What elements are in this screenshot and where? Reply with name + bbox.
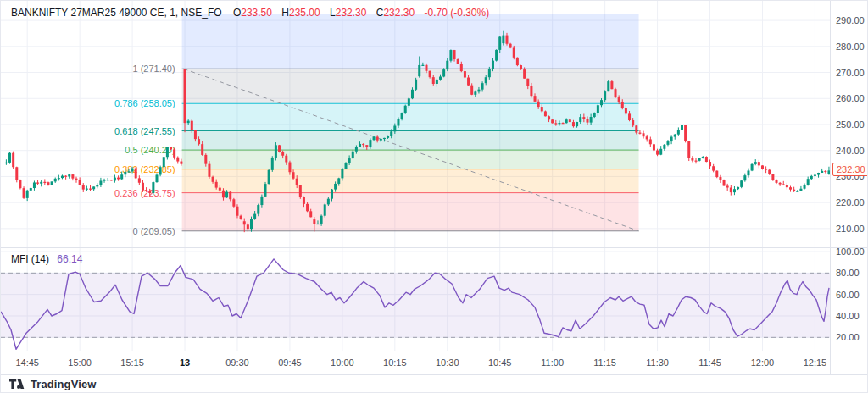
price-tick-270.00: 270.00 xyxy=(836,68,865,78)
fib-band-0.382[interactable] xyxy=(182,169,639,193)
time-tick-12:15: 12:15 xyxy=(804,357,827,368)
symbol-title[interactable]: BANKNIFTY 27MAR25 49000 CE, 1, NSE_FO xyxy=(11,7,222,19)
low-value: L232.30 xyxy=(330,7,366,19)
time-tick-11:45: 11:45 xyxy=(698,357,721,368)
price-tick-260.00: 260.00 xyxy=(836,93,865,103)
brand-name[interactable]: TradingView xyxy=(31,378,96,390)
fib-level-label-1: 1 (271.40) xyxy=(132,64,175,74)
time-tick-10:30: 10:30 xyxy=(436,357,459,368)
time-tick-09:45: 09:45 xyxy=(278,357,302,368)
indicator-params: (14) xyxy=(31,253,49,265)
time-tick-15:15: 15:15 xyxy=(120,357,144,368)
time-tick-10:45: 10:45 xyxy=(488,357,512,368)
fib-level-label-0.618: 0.618 (247.55) xyxy=(114,126,175,136)
fib-level-label-0.236: 0.236 (223.75) xyxy=(114,188,175,198)
time-tick-13: 13 xyxy=(180,357,190,368)
time-tick-10:00: 10:00 xyxy=(331,357,354,368)
fib-extension-zone[interactable] xyxy=(182,14,639,69)
price-tick-210.00: 210.00 xyxy=(836,224,865,234)
last-price-label: 232.30 xyxy=(832,163,868,176)
fib-band-0.5[interactable] xyxy=(182,150,639,169)
symbol-legend: BANKNIFTY 27MAR25 49000 CE, 1, NSE_FO O2… xyxy=(11,7,489,19)
mfi-tick-80.00: 80.00 xyxy=(836,268,860,278)
price-tick-280.00: 280.00 xyxy=(836,42,865,52)
time-tick-09:30: 09:30 xyxy=(225,357,249,368)
indicator-value: 66.14 xyxy=(57,253,82,265)
fib-level-label-0.382: 0.382 (232.85) xyxy=(114,164,175,174)
time-axis[interactable]: 14:4515:0015:151309:3009:4510:0010:1510:… xyxy=(1,351,830,374)
indicator-title[interactable]: MFI xyxy=(11,253,29,265)
pane-separator[interactable] xyxy=(1,247,868,248)
fib-band-0.786[interactable] xyxy=(182,103,639,130)
close-value: C232.30 xyxy=(376,7,415,19)
time-tick-12:00: 12:00 xyxy=(751,357,775,368)
fib-level-label-0.786: 0.786 (258.05) xyxy=(114,98,175,108)
chart-canvas[interactable]: 1 (271.40)0.786 (258.05)0.618 (247.55)0.… xyxy=(1,1,830,351)
indicator-legend: MFI(14) 66.14 xyxy=(11,253,82,265)
time-tick-11:30: 11:30 xyxy=(646,357,669,368)
mfi-tick-20.00: 20.00 xyxy=(836,332,860,342)
price-axis[interactable]: 232.30 290.00280.00270.00260.00250.00240… xyxy=(831,1,868,374)
high-value: H235.00 xyxy=(281,7,320,19)
fib-level-label-0: 0 (209.05) xyxy=(132,226,175,236)
tradingview-chart-widget: 1 (271.40)0.786 (258.05)0.618 (247.55)0.… xyxy=(0,0,868,393)
fib-band-1[interactable] xyxy=(182,69,639,103)
time-tick-14:45: 14:45 xyxy=(15,357,39,368)
time-tick-15:00: 15:00 xyxy=(68,357,92,368)
mfi-tick-60.00: 60.00 xyxy=(836,290,860,300)
time-tick-10:15: 10:15 xyxy=(383,357,407,368)
change-value: -0.70 (-0.30%) xyxy=(424,7,489,19)
price-tick-240.00: 240.00 xyxy=(836,146,865,156)
price-tick-220.00: 220.00 xyxy=(836,197,865,208)
time-tick-11:00: 11:00 xyxy=(541,357,564,368)
price-tick-250.00: 250.00 xyxy=(836,119,865,130)
mfi-tick-100.00: 100.00 xyxy=(836,246,865,257)
tradingview-logo-icon[interactable] xyxy=(9,379,25,390)
open-value: O233.50 xyxy=(233,7,272,19)
footer-bar: TradingView xyxy=(1,374,868,393)
price-tick-290.00: 290.00 xyxy=(836,15,865,25)
mfi-tick-40.00: 40.00 xyxy=(836,311,860,321)
time-tick-11:15: 11:15 xyxy=(593,357,616,368)
fib-band-0.618[interactable] xyxy=(182,131,639,151)
price-and-indicator-panes[interactable]: 1 (271.40)0.786 (258.05)0.618 (247.55)0.… xyxy=(1,1,830,351)
